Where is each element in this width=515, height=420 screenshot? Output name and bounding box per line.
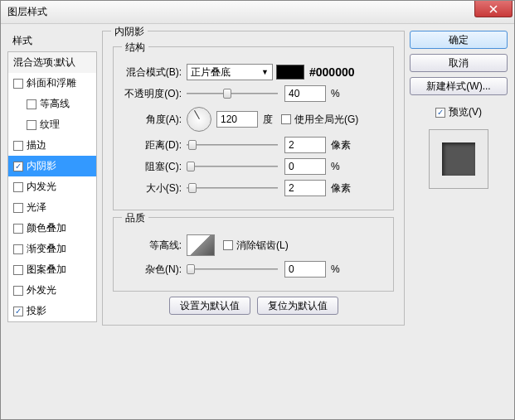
preview-box [429, 129, 488, 189]
checkbox [281, 114, 291, 124]
new-style-button[interactable]: 新建样式(W)... [410, 77, 508, 95]
blend-mode-label: 混合模式(B): [124, 65, 187, 80]
blend-options-item[interactable]: 混合选项:默认 [8, 52, 96, 73]
size-input[interactable]: 2 [284, 180, 326, 196]
noise-row: 杂色(N): 0 % [124, 261, 383, 278]
checkbox [435, 108, 445, 118]
checkbox[interactable] [13, 182, 23, 192]
size-row: 大小(S): 2 像素 [124, 180, 383, 196]
noise-label: 杂色(N): [124, 263, 187, 277]
checkbox[interactable] [27, 99, 36, 109]
style-list-panel: 样式 混合选项:默认 斜面和浮雕 等高线 纹理 描边 内阴影 内发光 光泽 颜色… [7, 31, 97, 331]
layer-style-dialog: 图层样式 样式 混合选项:默认 斜面和浮雕 等高线 纹理 描边 内阴影 内发光 … [0, 0, 515, 420]
color-hex: #000000 [309, 65, 355, 79]
style-item-inner-shadow[interactable]: 内阴影 [8, 156, 96, 176]
preview-checkbox[interactable]: 预览(V) [410, 105, 508, 119]
action-panel: 确定 取消 新建样式(W)... 预览(V) [410, 31, 508, 331]
checkbox[interactable] [13, 224, 23, 234]
style-item-pattern-overlay[interactable]: 图案叠加 [8, 259, 96, 280]
checkbox[interactable] [13, 307, 23, 316]
style-item-bevel[interactable]: 斜面和浮雕 [8, 73, 96, 94]
panel-title: 内阴影 [111, 25, 148, 39]
size-slider[interactable] [187, 182, 278, 194]
blend-mode-dropdown[interactable]: 正片叠底 ▼ [187, 64, 273, 80]
style-item-satin[interactable]: 光泽 [8, 197, 96, 218]
checkbox[interactable] [13, 286, 23, 296]
ok-button[interactable]: 确定 [410, 31, 508, 49]
style-item-gradient-overlay[interactable]: 渐变叠加 [8, 239, 96, 259]
structure-legend: 结构 [122, 41, 148, 55]
styles-heading: 样式 [7, 31, 97, 51]
cancel-button[interactable]: 取消 [410, 54, 508, 72]
choke-slider[interactable] [187, 161, 278, 172]
checkbox[interactable] [13, 162, 23, 171]
settings-panel: 内阴影 结构 混合模式(B): 正片叠底 ▼ #000000 不透明度(O): [102, 31, 405, 331]
choke-input[interactable]: 0 [284, 158, 326, 175]
style-item-stroke[interactable]: 描边 [8, 135, 96, 156]
angle-input[interactable]: 120 [216, 111, 258, 128]
checkbox[interactable] [13, 244, 23, 254]
checkbox[interactable] [13, 265, 23, 275]
quality-legend: 品质 [122, 211, 148, 225]
checkbox[interactable] [13, 141, 23, 151]
style-item-contour[interactable]: 等高线 [8, 94, 96, 114]
distance-row: 距离(D): 2 像素 [124, 137, 383, 153]
blend-mode-row: 混合模式(B): 正片叠底 ▼ #000000 [124, 64, 383, 80]
checkbox[interactable] [13, 79, 23, 89]
checkbox[interactable] [27, 120, 36, 130]
choke-row: 阻塞(C): 0 % [124, 158, 383, 175]
contour-label: 等高线: [124, 239, 187, 253]
style-list: 混合选项:默认 斜面和浮雕 等高线 纹理 描边 内阴影 内发光 光泽 颜色叠加 … [7, 51, 97, 322]
global-light-checkbox[interactable]: 使用全局光(G) [281, 113, 358, 127]
noise-input[interactable]: 0 [284, 261, 326, 278]
titlebar: 图层样式 [1, 1, 514, 24]
checkbox[interactable] [13, 203, 23, 213]
noise-slider[interactable] [187, 263, 278, 275]
inner-shadow-fieldset: 内阴影 结构 混合模式(B): 正片叠底 ▼ #000000 不透明度(O): [102, 31, 405, 326]
window-title: 图层样式 [7, 5, 47, 19]
distance-label: 距离(D): [124, 138, 187, 152]
contour-picker[interactable] [187, 234, 215, 256]
contour-row: 等高线: 消除锯齿(L) [124, 234, 383, 256]
distance-input[interactable]: 2 [284, 137, 326, 153]
reset-default-button[interactable]: 复位为默认值 [257, 297, 338, 315]
distance-slider[interactable] [187, 139, 278, 151]
size-label: 大小(S): [124, 181, 187, 196]
style-item-outer-glow[interactable]: 外发光 [8, 280, 96, 301]
structure-fieldset: 结构 混合模式(B): 正片叠底 ▼ #000000 不透明度(O): 4 [113, 46, 394, 210]
opacity-label: 不透明度(O): [124, 87, 187, 101]
angle-row: 角度(A): 120 度 使用全局光(G) [124, 107, 383, 132]
set-default-button[interactable]: 设置为默认值 [169, 297, 250, 315]
style-item-inner-glow[interactable]: 内发光 [8, 176, 96, 197]
close-button[interactable] [474, 1, 513, 17]
close-icon [489, 5, 498, 13]
angle-dial[interactable] [187, 107, 211, 132]
choke-label: 阻塞(C): [124, 160, 187, 174]
style-item-drop-shadow[interactable]: 投影 [8, 301, 96, 321]
opacity-row: 不透明度(O): 40 % [124, 85, 383, 102]
opacity-slider[interactable] [187, 88, 278, 99]
angle-label: 角度(A): [124, 113, 187, 127]
preview-thumbnail [442, 142, 475, 176]
opacity-input[interactable]: 40 [284, 85, 326, 102]
style-item-color-overlay[interactable]: 颜色叠加 [8, 218, 96, 239]
chevron-down-icon: ▼ [261, 68, 269, 76]
style-item-texture[interactable]: 纹理 [8, 114, 96, 135]
checkbox [223, 240, 233, 250]
quality-fieldset: 品质 等高线: 消除锯齿(L) 杂色(N): 0 % [113, 217, 394, 292]
color-swatch[interactable] [276, 65, 304, 80]
default-buttons-row: 设置为默认值 复位为默认值 [113, 297, 394, 315]
antialias-checkbox[interactable]: 消除锯齿(L) [223, 239, 289, 253]
